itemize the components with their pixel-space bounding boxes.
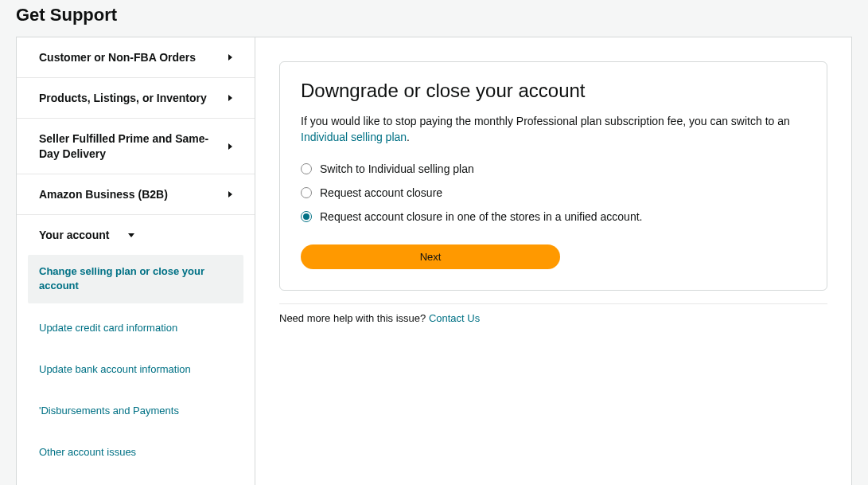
next-button[interactable]: Next: [301, 244, 560, 269]
chevron-right-icon: [228, 95, 232, 101]
sidebar-item-label: Products, Listings, or Inventory: [39, 91, 228, 105]
sidebar-item-sfp[interactable]: Seller Fulfilled Prime and Same-Day Deli…: [17, 119, 255, 174]
sidebar-item-b2b[interactable]: Amazon Business (B2B): [17, 174, 255, 215]
page-title: Get Support: [16, 0, 852, 37]
radio-label: Switch to Individual selling plan: [320, 162, 474, 175]
contact-us-link[interactable]: Contact Us: [429, 312, 480, 324]
sidebar-sublist: Change selling plan or close your accoun…: [17, 255, 255, 485]
sidebar-item-label: Your account: [39, 228, 117, 242]
main-panel: Downgrade or close your account If you w…: [255, 37, 852, 485]
help-text: Need more help with this issue?: [279, 312, 429, 324]
radio-option-switch[interactable]: Switch to Individual selling plan: [301, 157, 806, 181]
sidebar: Customer or Non-FBA Orders Products, Lis…: [16, 37, 255, 485]
radio-option-close-unified[interactable]: Request account closure in one of the st…: [301, 205, 806, 229]
sidebar-item-account[interactable]: Your account: [17, 215, 255, 255]
desc-text-end: .: [407, 131, 410, 143]
downgrade-card: Downgrade or close your account If you w…: [279, 61, 827, 291]
sidebar-item-label: Seller Fulfilled Prime and Same-Day Deli…: [39, 131, 228, 160]
radio-icon: [301, 163, 312, 174]
sidebar-item-orders[interactable]: Customer or Non-FBA Orders: [17, 37, 255, 78]
individual-plan-link[interactable]: Individual selling plan: [301, 131, 407, 143]
sub-item-update-bank[interactable]: Update bank account information: [28, 353, 243, 386]
sub-item-disbursements[interactable]: 'Disbursements and Payments: [28, 394, 243, 428]
sidebar-item-products[interactable]: Products, Listings, or Inventory: [17, 78, 255, 119]
chevron-down-icon: [128, 233, 134, 237]
chevron-right-icon: [228, 143, 232, 150]
chevron-right-icon: [228, 54, 232, 61]
sub-item-other-account[interactable]: Other account issues: [28, 436, 243, 469]
card-description: If you would like to stop paying the mon…: [301, 113, 806, 146]
desc-text: If you would like to stop paying the mon…: [301, 115, 790, 127]
sidebar-item-label: Customer or Non-FBA Orders: [39, 50, 228, 65]
chevron-right-icon: [228, 191, 232, 198]
radio-icon: [301, 187, 312, 198]
card-title: Downgrade or close your account: [301, 80, 806, 102]
sub-item-change-plan[interactable]: Change selling plan or close your accoun…: [28, 255, 243, 303]
layout: Customer or Non-FBA Orders Products, Lis…: [16, 37, 852, 485]
radio-group: Switch to Individual selling plan Reques…: [301, 157, 806, 229]
radio-option-close[interactable]: Request account closure: [301, 181, 806, 205]
radio-label: Request account closure in one of the st…: [320, 210, 642, 223]
help-row: Need more help with this issue? Contact …: [279, 303, 827, 324]
radio-label: Request account closure: [320, 186, 442, 199]
radio-icon: [301, 211, 312, 222]
sub-item-update-cc[interactable]: Update credit card information: [28, 311, 243, 345]
sidebar-item-label: Amazon Business (B2B): [39, 187, 228, 201]
